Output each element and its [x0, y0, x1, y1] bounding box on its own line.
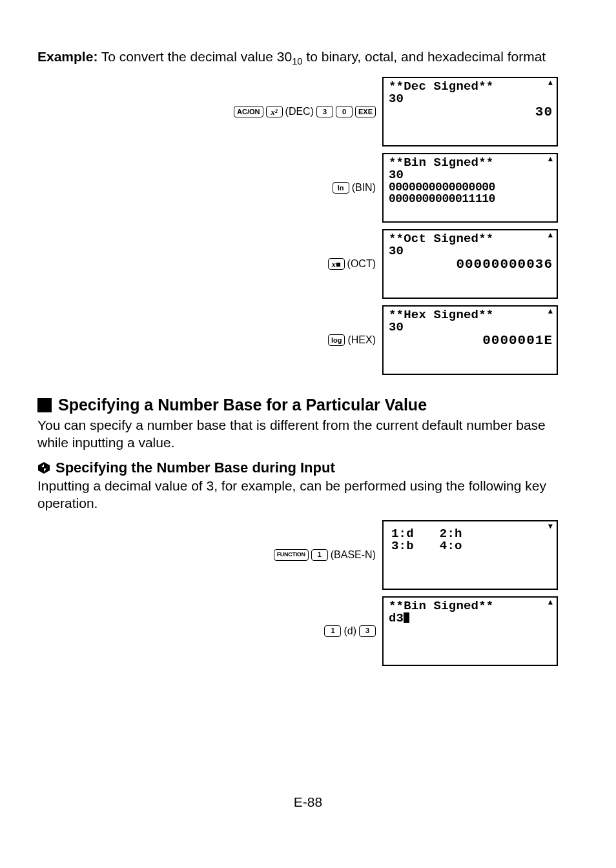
lcd-line: **Bin Signed**	[389, 600, 553, 612]
lcd-line: **Hex Signed**	[389, 309, 553, 321]
calculator-key: EXE	[355, 106, 376, 117]
calculator-key: 3	[359, 625, 376, 637]
square-bullet-icon	[37, 398, 52, 412]
svg-marker-0	[38, 462, 50, 474]
triangle-down-icon: ▼	[548, 523, 553, 530]
instruction-row: FUNCTION1(BASE-N)▼1:d3:b2:h4:o	[37, 520, 558, 590]
instruction-row: 1(d)3▲**Bin Signed**d3	[37, 596, 558, 666]
section2-title: Specifying the Number Base during Input	[56, 459, 335, 476]
lcd-menu-item: 2:h	[440, 528, 462, 540]
lcd-menu-item: 1:d	[391, 528, 414, 540]
example-text-1: To convert the decimal value 30	[98, 49, 292, 64]
key-sequence: log(HEX)	[328, 334, 376, 346]
calculator-key: AC/ON	[234, 106, 263, 117]
calculator-key: x■	[328, 258, 345, 270]
key-sequence: AC/ONx²(DEC)30EXE	[234, 106, 376, 117]
calculator-lcd: ▼1:d3:b2:h4:o	[382, 520, 558, 590]
calculator-key: 3	[316, 106, 333, 117]
lcd-menu-item: 3:b	[391, 540, 414, 552]
cursor-icon	[404, 612, 409, 623]
calculator-key: x²	[266, 106, 283, 117]
lcd-menu-item: 4:o	[440, 540, 462, 552]
section-heading-1: Specifying a Number Base for a Particula…	[37, 396, 579, 414]
lcd-line: 0000000000011110	[389, 193, 553, 205]
lcd-line: 0000000000000000	[389, 181, 553, 193]
hexagon-arrows-icon	[37, 461, 50, 474]
lcd-line: 30	[389, 169, 553, 181]
key-label: (HEX)	[347, 334, 376, 346]
calculator-key: 1	[324, 625, 341, 637]
triangle-up-icon: ▲	[548, 308, 553, 316]
example-label: Example:	[37, 49, 98, 64]
lcd-line: 30	[389, 93, 553, 105]
lcd-line: **Oct Signed**	[389, 233, 553, 245]
triangle-up-icon: ▲	[548, 599, 553, 607]
key-sequence: x■(OCT)	[328, 258, 376, 270]
lcd-line: 30	[389, 105, 553, 119]
key-label: (DEC)	[285, 106, 314, 117]
example-sub: 10	[292, 56, 302, 66]
calculator-lcd: ▲**Bin Signed**3000000000000000000000000…	[382, 153, 558, 223]
triangle-up-icon: ▲	[548, 232, 553, 239]
key-sequence: ln(BIN)	[333, 182, 376, 194]
calculator-key: ln	[333, 182, 349, 194]
calculator-key: FUNCTION	[274, 549, 309, 561]
calculator-key: 1	[311, 549, 328, 561]
key-label: (BIN)	[352, 182, 376, 194]
triangle-up-icon: ▲	[548, 156, 553, 163]
key-sequence: 1(d)3	[324, 625, 376, 637]
section1-title: Specifying a Number Base for a Particula…	[58, 396, 427, 414]
section1-para: You can specify a number base that is di…	[37, 417, 579, 452]
lcd-line: 00000000036	[389, 257, 553, 271]
example-line: Example: To convert the decimal value 30…	[37, 48, 579, 68]
section2-para: Inputting a decimal value of 3, for exam…	[37, 478, 579, 512]
lcd-line: 0000001E	[389, 334, 553, 347]
key-label: (BASE-N)	[331, 549, 376, 561]
key-sequence: FUNCTION1(BASE-N)	[274, 549, 376, 561]
key-label: (OCT)	[347, 258, 376, 270]
calculator-lcd: ▲**Bin Signed**d3	[382, 596, 558, 666]
calculator-lcd: ▲**Hex Signed**300000001E	[382, 305, 558, 375]
page-number: E-88	[0, 794, 616, 810]
section-heading-2: Specifying the Number Base during Input	[37, 459, 579, 476]
calculator-lcd: ▲**Dec Signed**3030	[382, 77, 558, 146]
lcd-line: **Bin Signed**	[389, 157, 553, 169]
lcd-line: 30	[389, 245, 553, 257]
instruction-row: ln(BIN)▲**Bin Signed**300000000000000000…	[37, 153, 558, 223]
example-text-2: to binary, octal, and hexadecimal format	[303, 49, 546, 64]
lcd-menu: 1:d3:b2:h4:o	[389, 524, 553, 552]
lcd-line: d3	[389, 612, 553, 625]
instruction-row: x■(OCT)▲**Oct Signed**3000000000036	[37, 229, 558, 299]
key-label: (d)	[344, 625, 356, 637]
instruction-row: AC/ONx²(DEC)30EXE▲**Dec Signed**3030	[37, 77, 558, 146]
instruction-row: log(HEX)▲**Hex Signed**300000001E	[37, 305, 558, 375]
calculator-lcd: ▲**Oct Signed**3000000000036	[382, 229, 558, 299]
lcd-line: **Dec Signed**	[389, 81, 553, 93]
lcd-line: 30	[389, 321, 553, 334]
calculator-key: 0	[336, 106, 353, 117]
triangle-up-icon: ▲	[548, 79, 553, 87]
calculator-key: log	[328, 334, 345, 346]
